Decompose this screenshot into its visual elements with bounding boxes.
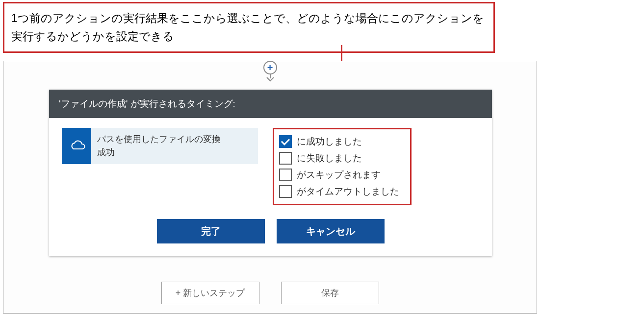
new-step-button[interactable]: + 新しいステップ (161, 282, 259, 304)
panel-title: 'ファイルの作成' が実行されるタイミング: (59, 98, 235, 109)
action-text-block: パスを使用したファイルの変換 成功 (91, 128, 227, 164)
run-after-config-panel: 'ファイルの作成' が実行されるタイミング: パスを使用したファイルの変換 成功… (49, 90, 492, 256)
plus-glyph: + (267, 63, 273, 73)
checkbox-failed[interactable] (279, 152, 292, 165)
checkbox-timeout[interactable] (279, 185, 292, 198)
option-failed[interactable]: に失敗しました (278, 150, 400, 167)
panel-button-row: 完了 キャンセル (49, 219, 492, 256)
annotation-callout: 1つ前のアクションの実行結果をここから選ぶことで、どのような場合にこのアクション… (3, 2, 495, 53)
action-status: 成功 (97, 146, 221, 159)
footer-button-row: + 新しいステップ 保存 (3, 282, 537, 304)
add-step-node[interactable]: + (263, 61, 277, 82)
flow-canvas: + 'ファイルの作成' が実行されるタイミング: パスを使用したファイルの変換 … (3, 61, 537, 314)
action-title: パスを使用したファイルの変換 (97, 133, 221, 146)
option-skipped[interactable]: がスキップされます (278, 167, 400, 183)
option-label: がタイムアウトしました (297, 185, 399, 198)
checkbox-success[interactable] (279, 135, 292, 148)
previous-action-card[interactable]: パスを使用したファイルの変換 成功 (62, 128, 258, 164)
done-button[interactable]: 完了 (157, 219, 265, 243)
arrow-down-icon (264, 73, 277, 82)
annotation-text: 1つ前のアクションの実行結果をここから選ぶことで、どのような場合にこのアクション… (11, 12, 484, 43)
save-button[interactable]: 保存 (281, 282, 379, 304)
option-label: に成功しました (297, 135, 362, 148)
option-label: に失敗しました (297, 152, 362, 165)
panel-body: パスを使用したファイルの変換 成功 に成功しました に失敗しました がスキップさ… (49, 118, 492, 219)
onedrive-icon (62, 128, 91, 164)
option-timeout[interactable]: がタイムアウトしました (278, 183, 400, 200)
option-label: がスキップされます (297, 169, 381, 181)
plus-icon: + (263, 61, 277, 74)
panel-header: 'ファイルの作成' が実行されるタイミング: (49, 90, 492, 118)
checkbox-skipped[interactable] (279, 169, 292, 181)
option-success[interactable]: に成功しました (278, 133, 400, 150)
cancel-button[interactable]: キャンセル (277, 219, 385, 243)
run-after-options: に成功しました に失敗しました がスキップされます がタイムアウトしました (273, 128, 412, 205)
